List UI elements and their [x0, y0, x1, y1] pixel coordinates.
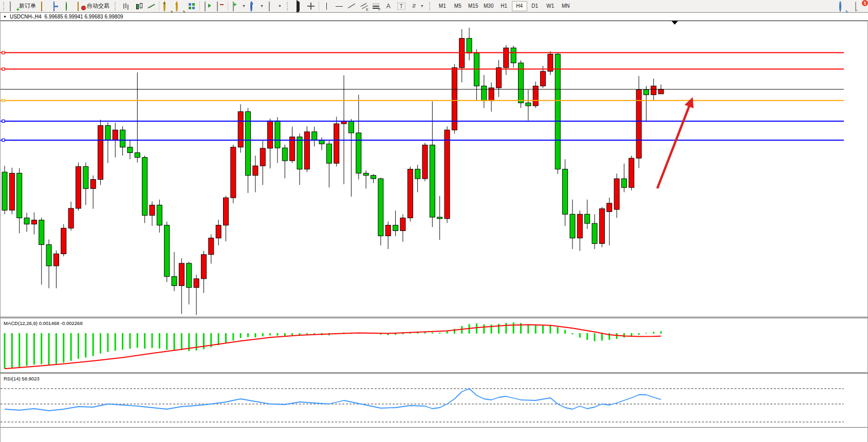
- candlestick-bullish: [400, 218, 405, 230]
- timeframe-button-d1[interactable]: D1: [527, 1, 543, 11]
- chart-window: ▼ USDCNH-,H4 6.99685 6.99941 6.99683 6.9…: [0, 12, 868, 442]
- timeframe-button-m1[interactable]: M1: [435, 1, 450, 11]
- toolbar-grip[interactable]: [429, 2, 432, 10]
- candlestick-bullish: [216, 225, 221, 238]
- template-button[interactable]: ▼: [266, 1, 284, 12]
- zoom-out-button[interactable]: -: [173, 1, 186, 12]
- timeframe-button-mn[interactable]: MN: [558, 1, 574, 11]
- candlestick-bearish: [127, 147, 133, 153]
- candlestick-bullish: [98, 126, 103, 180]
- candlestick-bearish: [297, 137, 302, 169]
- toolbar-grip[interactable]: [3, 2, 6, 10]
- candlestick-bearish: [555, 54, 560, 169]
- candlestick-bullish: [260, 148, 265, 166]
- chart-title-bar[interactable]: ▼ USDCNH-,H4 6.99685 6.99941 6.99683 6.9…: [1, 13, 868, 20]
- candlestick-bullish: [68, 208, 73, 228]
- text-tool-button[interactable]: A: [382, 1, 395, 12]
- trendline-tool-button[interactable]: [345, 1, 358, 12]
- zoom-out-icon: -: [175, 2, 183, 10]
- candlestick-bullish: [422, 145, 428, 179]
- candlestick-bullish: [304, 132, 309, 169]
- notification-badge: 1: [862, 0, 868, 6]
- line-chart-mode-button[interactable]: [145, 1, 157, 12]
- candlestick-bearish: [142, 158, 147, 216]
- timeframe-button-h4[interactable]: H4: [512, 1, 527, 11]
- tile-windows-button[interactable]: [186, 1, 198, 12]
- timeframe-toolbar: M1M5M15M30H1H4D1W1MN: [433, 0, 575, 12]
- line-anchor-handle[interactable]: [2, 68, 5, 70]
- trendline-icon: [347, 2, 356, 10]
- candlestick-bearish: [482, 86, 487, 101]
- candlestick-bullish: [629, 158, 634, 187]
- gold-icon: [40, 2, 48, 10]
- fibonacci-tool-button[interactable]: [370, 1, 382, 12]
- candlestick-bearish: [187, 263, 192, 287]
- timeframe-button-w1[interactable]: W1: [543, 1, 558, 11]
- gold-chart-button[interactable]: [38, 1, 50, 12]
- new-order-icon: [9, 2, 17, 10]
- candlestick-bullish: [194, 279, 199, 287]
- candlestick-bullish: [238, 111, 243, 147]
- text-label-icon: T: [397, 3, 405, 10]
- candlestick-mode-button[interactable]: [133, 1, 145, 12]
- bar-chart-icon: [122, 2, 131, 10]
- add-indicator-icon: [232, 2, 240, 10]
- candlestick-bearish: [275, 121, 280, 148]
- line-anchor-handle[interactable]: [2, 139, 5, 141]
- chart-background: [1, 21, 867, 441]
- collapse-chart-icon[interactable]: ▼: [3, 15, 7, 18]
- line-anchor-handle[interactable]: [2, 120, 5, 122]
- timeframe-button-m5[interactable]: M5: [450, 1, 466, 11]
- timeframe-button-m30[interactable]: M30: [481, 1, 496, 11]
- line-chart-icon: [147, 2, 155, 10]
- candlestick-bullish: [334, 124, 339, 163]
- period-button[interactable]: ▼: [248, 1, 266, 12]
- candlestick-bearish: [526, 103, 531, 106]
- zoom-in-button[interactable]: +: [161, 1, 173, 12]
- candlestick-bearish: [164, 225, 170, 277]
- candlestick-bullish: [445, 130, 450, 219]
- vertical-line-tool-button[interactable]: [321, 1, 333, 12]
- text-label-tool-button[interactable]: T: [395, 1, 408, 12]
- cursor-tool-button[interactable]: [292, 1, 305, 12]
- candlestick-bullish: [61, 228, 66, 254]
- auto-trading-button[interactable]: 自动交易: [75, 1, 112, 12]
- signal-button[interactable]: [63, 1, 75, 12]
- new-order-button[interactable]: 新订单: [7, 1, 38, 12]
- crosshair-tool-button[interactable]: [305, 1, 317, 12]
- candlestick-bearish: [415, 169, 420, 179]
- chart-window-button[interactable]: [50, 1, 63, 12]
- chart-shift-icon: [204, 2, 212, 10]
- equidistant-channel-icon: [360, 2, 368, 10]
- horizontal-line-tool-button[interactable]: [333, 1, 345, 12]
- candlestick-bullish: [201, 255, 206, 279]
- candlestick-bearish: [2, 172, 7, 210]
- vertical-line-icon: [323, 2, 331, 10]
- candlestick-bearish: [570, 214, 575, 238]
- candlestick-bearish: [83, 167, 88, 189]
- candlestick-bullish: [408, 169, 413, 218]
- line-anchor-handle[interactable]: [2, 51, 5, 54]
- auto-scroll-button[interactable]: [214, 1, 226, 12]
- candlestick-bearish: [312, 132, 317, 140]
- toolbar-grip[interactable]: [115, 2, 117, 10]
- chart-canvas[interactable]: MACD(12,26,9) 0.001468 -0.002268RSI(14) …: [1, 21, 867, 441]
- add-indicator-button[interactable]: ▼: [230, 1, 248, 12]
- bar-chart-mode-button[interactable]: [120, 1, 133, 12]
- notifications-button[interactable]: 1: [853, 1, 865, 12]
- signal-icon: [65, 2, 73, 10]
- candlestick-bullish: [31, 220, 36, 224]
- toolbar-grip[interactable]: [287, 2, 289, 10]
- auto-trading-icon: [77, 2, 85, 10]
- candlestick-bearish: [585, 214, 590, 223]
- chart-shift-button[interactable]: [201, 1, 214, 12]
- candlestick-bullish: [385, 225, 391, 236]
- candlestick-bearish: [348, 121, 354, 133]
- candlestick-bullish: [224, 198, 229, 225]
- timeframe-button-m15[interactable]: M15: [466, 1, 481, 11]
- line-anchor-handle[interactable]: [2, 99, 5, 102]
- channel-tool-button[interactable]: [358, 1, 370, 12]
- timeframe-button-h1[interactable]: H1: [496, 1, 512, 11]
- arrows-tool-button[interactable]: ⇵▼: [408, 1, 426, 12]
- search-button[interactable]: [836, 1, 848, 12]
